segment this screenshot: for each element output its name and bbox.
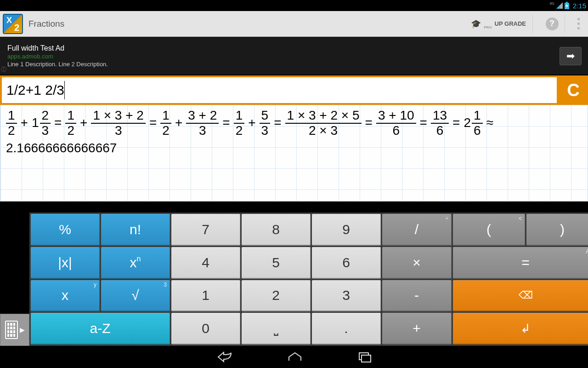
key-dot[interactable]: .	[312, 313, 381, 345]
operator: =	[274, 116, 281, 130]
ad-url: apps.admob.com	[7, 53, 108, 60]
network-type: 3G	[549, 2, 554, 6]
app-bar: X2 Fractions 🎓 PRO UP GRADE ?	[0, 11, 588, 37]
ad-description: Line 1 Description. Line 2 Description.	[7, 61, 108, 68]
nav-home-button[interactable]	[287, 351, 303, 362]
key-minus[interactable]: -	[382, 280, 452, 312]
ad-arrow-button[interactable]: ➡	[560, 47, 582, 65]
battery-icon	[565, 2, 569, 9]
operator: =	[54, 116, 62, 130]
key-hint: Ans	[586, 248, 588, 255]
arrow-right-icon: ➡	[566, 50, 575, 62]
fraction: 1 × 3 + 2 × 52 × 3	[285, 109, 362, 138]
key-multiply[interactable]: ×	[382, 247, 452, 279]
key-divide[interactable]: /÷	[382, 214, 452, 246]
mixed-number: 123	[32, 109, 51, 138]
ad-info-icon[interactable]: ⓘ	[1, 66, 6, 74]
key-backspace[interactable]: ⌫	[453, 280, 588, 312]
key-hint: <	[519, 215, 522, 222]
key-8[interactable]: 8	[242, 214, 311, 246]
result-approx: 2.16666666666667	[6, 141, 582, 155]
fraction: 136	[431, 109, 449, 138]
keypad-icon	[5, 321, 18, 339]
keypad-drawer-handle[interactable]: ▶	[0, 314, 29, 346]
svg-rect-6	[362, 355, 371, 362]
signal-icon	[556, 2, 563, 9]
expression-input[interactable]: 1/2+1 2/3	[0, 75, 559, 105]
key-hint: ÷	[445, 215, 448, 222]
key-4[interactable]: 4	[171, 247, 240, 279]
fraction: 3 + 106	[376, 109, 416, 138]
operator: +	[248, 116, 255, 130]
app-logo-icon[interactable]: X2	[3, 14, 23, 34]
key-9[interactable]: 9	[312, 214, 381, 246]
fraction: 16	[472, 109, 483, 138]
key-0[interactable]: 0	[171, 313, 240, 345]
fraction: 53	[260, 109, 271, 138]
key-percent[interactable]: %	[31, 214, 100, 246]
fraction: 3 + 23	[186, 109, 219, 138]
app-title: Fractions	[28, 19, 64, 29]
upgrade-label: UP GRADE	[495, 20, 526, 27]
result-expression: 12+123=12+1 × 3 + 23=12+3 + 23=12+53=1 ×…	[6, 109, 582, 138]
key-5[interactable]: 5	[242, 247, 311, 279]
fraction: 23	[40, 109, 51, 138]
nav-back-button[interactable]	[216, 351, 232, 362]
key-lparen[interactable]: (<	[453, 214, 525, 246]
key-space[interactable]: ˽	[242, 313, 311, 345]
expression-input-row: 1/2+1 2/3 C	[0, 75, 588, 105]
fraction: 12	[65, 109, 76, 138]
operator: =	[420, 116, 427, 130]
nav-recent-button[interactable]	[358, 351, 372, 362]
help-icon: ?	[546, 17, 559, 30]
operator: +	[80, 116, 87, 130]
key-sqrt[interactable]: √3	[101, 280, 170, 312]
operator: +	[21, 116, 28, 130]
key-factorial[interactable]: n!	[101, 214, 170, 246]
fraction: 12	[160, 109, 171, 138]
key-7[interactable]: 7	[171, 214, 240, 246]
svg-rect-3	[566, 2, 568, 3]
key-2[interactable]: 2	[242, 280, 311, 312]
key-alpha[interactable]: a-Z	[31, 313, 170, 345]
key-enter[interactable]: ↲	[453, 313, 588, 345]
operator: ≈	[486, 116, 493, 130]
key-hint: 3	[164, 282, 167, 288]
clock: 2:15	[573, 2, 586, 10]
svg-marker-1	[556, 5, 560, 9]
key-abs[interactable]: |x|	[31, 247, 100, 279]
overflow-menu-button[interactable]	[571, 18, 585, 29]
operator: =	[365, 116, 373, 130]
clear-button[interactable]: C	[559, 75, 588, 105]
key-3[interactable]: 3	[312, 280, 381, 312]
result-worksheet: 12+123=12+1 × 3 + 23=12+3 + 23=12+53=1 ×…	[0, 105, 588, 201]
key-power[interactable]: xn	[101, 247, 170, 279]
ad-title: Full width Test Ad	[7, 44, 108, 52]
keypad: %n!789/÷(<)>|x|xn456×=Ansxy√3123-⌫a-Z0˽.…	[29, 213, 588, 346]
key-var-x[interactable]: xy	[31, 280, 100, 312]
chevron-right-icon: ▶	[20, 326, 25, 334]
key-6[interactable]: 6	[312, 247, 381, 279]
operator: =	[149, 116, 157, 130]
fraction: 12	[6, 109, 17, 138]
key-1[interactable]: 1	[171, 280, 240, 312]
fraction: 12	[234, 109, 245, 138]
key-equals-op[interactable]: =Ans	[453, 247, 588, 279]
help-button[interactable]: ?	[539, 15, 565, 33]
operator: =	[452, 116, 460, 130]
upgrade-caption: PRO	[484, 25, 492, 29]
key-rparen[interactable]: )>	[526, 214, 588, 246]
android-nav-bar	[0, 346, 588, 368]
mixed-number: 216	[464, 109, 482, 138]
ad-banner[interactable]: Full width Test Ad apps.admob.com Line 1…	[0, 37, 588, 75]
fraction: 1 × 3 + 23	[91, 109, 146, 138]
key-plus[interactable]: +	[382, 313, 452, 345]
upgrade-button[interactable]: 🎓 PRO UP GRADE	[464, 15, 533, 33]
operator: =	[222, 116, 230, 130]
operator: +	[175, 116, 182, 130]
graduation-cap-icon: 🎓	[471, 19, 481, 29]
key-hint: y	[94, 282, 96, 288]
expression-text: 1/2+1 2/3	[6, 82, 64, 98]
android-status-bar: 3G 2:15	[0, 0, 588, 11]
